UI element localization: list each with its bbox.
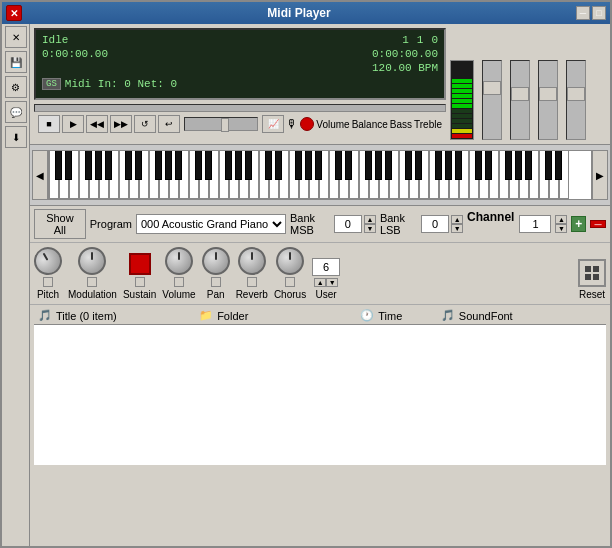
piano-container[interactable]	[48, 150, 592, 200]
sustain-small-btn[interactable]	[135, 277, 145, 287]
user-up[interactable]: ▲	[314, 278, 326, 287]
black-key-7[interactable]	[155, 151, 162, 180]
black-key-15[interactable]	[265, 151, 272, 180]
bass-slider-thumb[interactable]	[539, 87, 557, 101]
black-key-23[interactable]	[375, 151, 382, 180]
ffwd-button[interactable]: ▶▶	[110, 115, 132, 133]
bass-slider-track[interactable]	[538, 60, 558, 140]
channel-input[interactable]	[519, 215, 551, 233]
show-all-button[interactable]: Show All	[34, 209, 86, 239]
rewind-button[interactable]: ◀◀	[86, 115, 108, 133]
black-key-14[interactable]	[245, 151, 252, 180]
channel-up[interactable]: ▲	[555, 215, 567, 224]
modulation-small-btn[interactable]	[87, 277, 97, 287]
reverb-knob[interactable]	[238, 247, 266, 275]
balance-slider-track[interactable]	[510, 60, 530, 140]
sidebar-settings[interactable]: ⚙	[5, 76, 27, 98]
black-key-29[interactable]	[455, 151, 462, 180]
sidebar-download[interactable]: ⬇	[5, 126, 27, 148]
black-key-9[interactable]	[175, 151, 182, 180]
black-key-5[interactable]	[125, 151, 132, 180]
sidebar-save[interactable]: 💾	[5, 51, 27, 73]
black-key-19[interactable]	[315, 151, 322, 180]
play-button[interactable]: ▶	[62, 115, 84, 133]
maximize-button[interactable]: □	[592, 6, 606, 20]
black-key-13[interactable]	[235, 151, 242, 180]
program-select[interactable]: 000 Acoustic Grand Piano	[136, 214, 286, 234]
black-key-4[interactable]	[105, 151, 112, 180]
treble-slider-track[interactable]	[566, 60, 586, 140]
black-key-8[interactable]	[165, 151, 172, 180]
bank-lsb-down[interactable]: ▼	[451, 224, 463, 233]
black-key-18[interactable]	[305, 151, 312, 180]
remove-channel-button[interactable]: ─	[590, 220, 606, 228]
treble-slider-thumb[interactable]	[567, 87, 585, 101]
channel-arrows: ▲ ▼	[555, 215, 567, 233]
black-key-17[interactable]	[295, 151, 302, 180]
black-key-10[interactable]	[195, 151, 202, 180]
black-key-0[interactable]	[55, 151, 62, 180]
chorus-knob[interactable]	[276, 247, 304, 275]
volume-slider-track[interactable]	[482, 60, 502, 140]
reverb-small-btn[interactable]	[247, 277, 257, 287]
bank-msb-up[interactable]: ▲	[364, 215, 376, 224]
bank-lsb-input[interactable]	[421, 215, 449, 233]
loop-button2[interactable]: ↩	[158, 115, 180, 133]
black-key-27[interactable]	[435, 151, 442, 180]
black-key-36[interactable]	[555, 151, 562, 180]
black-key-22[interactable]	[365, 151, 372, 180]
pitch-knob[interactable]	[29, 242, 67, 280]
black-key-24[interactable]	[385, 151, 392, 180]
record-button[interactable]	[300, 117, 314, 131]
black-key-32[interactable]	[505, 151, 512, 180]
black-key-31[interactable]	[485, 151, 492, 180]
close-button[interactable]: ✕	[6, 5, 22, 21]
black-key-28[interactable]	[445, 151, 452, 180]
user-down[interactable]: ▼	[326, 278, 338, 287]
black-key-33[interactable]	[515, 151, 522, 180]
sidebar-comment[interactable]: 💬	[5, 101, 27, 123]
black-key-20[interactable]	[335, 151, 342, 180]
sidebar-close[interactable]: ✕	[5, 26, 27, 48]
add-channel-button[interactable]: +	[571, 216, 586, 232]
black-key-6[interactable]	[135, 151, 142, 180]
black-key-25[interactable]	[405, 151, 412, 180]
piano-keys[interactable]	[49, 151, 591, 199]
black-key-1[interactable]	[65, 151, 72, 180]
modulation-knob[interactable]	[78, 247, 106, 275]
reset-button[interactable]	[578, 259, 606, 287]
position-slider[interactable]	[184, 117, 258, 131]
minimize-button[interactable]: ─	[576, 6, 590, 20]
pan-knob[interactable]	[202, 247, 230, 275]
mic-icon[interactable]: 🎙	[286, 117, 298, 131]
black-key-26[interactable]	[415, 151, 422, 180]
black-key-16[interactable]	[275, 151, 282, 180]
piano-left-arrow[interactable]: ◀	[32, 150, 48, 200]
meter-seg-red	[452, 134, 472, 138]
piano-right-arrow[interactable]: ▶	[592, 150, 608, 200]
graph-button[interactable]: 📈	[262, 115, 284, 133]
pitch-small-btn[interactable]	[43, 277, 53, 287]
black-key-11[interactable]	[205, 151, 212, 180]
black-key-3[interactable]	[95, 151, 102, 180]
bank-msb-down[interactable]: ▼	[364, 224, 376, 233]
chorus-small-btn[interactable]	[285, 277, 295, 287]
volume-small-btn[interactable]	[174, 277, 184, 287]
black-key-30[interactable]	[475, 151, 482, 180]
channel-down[interactable]: ▼	[555, 224, 567, 233]
bank-msb-input[interactable]	[334, 215, 362, 233]
pan-small-btn[interactable]	[211, 277, 221, 287]
black-key-21[interactable]	[345, 151, 352, 180]
bank-lsb-up[interactable]: ▲	[451, 215, 463, 224]
volume-knob[interactable]	[165, 247, 193, 275]
volume-slider-thumb[interactable]	[483, 81, 501, 95]
sustain-button[interactable]	[129, 253, 151, 275]
stop-button[interactable]: ■	[38, 115, 60, 133]
progress-bar[interactable]	[34, 104, 446, 112]
black-key-2[interactable]	[85, 151, 92, 180]
black-key-35[interactable]	[545, 151, 552, 180]
black-key-34[interactable]	[525, 151, 532, 180]
balance-slider-thumb[interactable]	[511, 87, 529, 101]
loop-button[interactable]: ↺	[134, 115, 156, 133]
black-key-12[interactable]	[225, 151, 232, 180]
